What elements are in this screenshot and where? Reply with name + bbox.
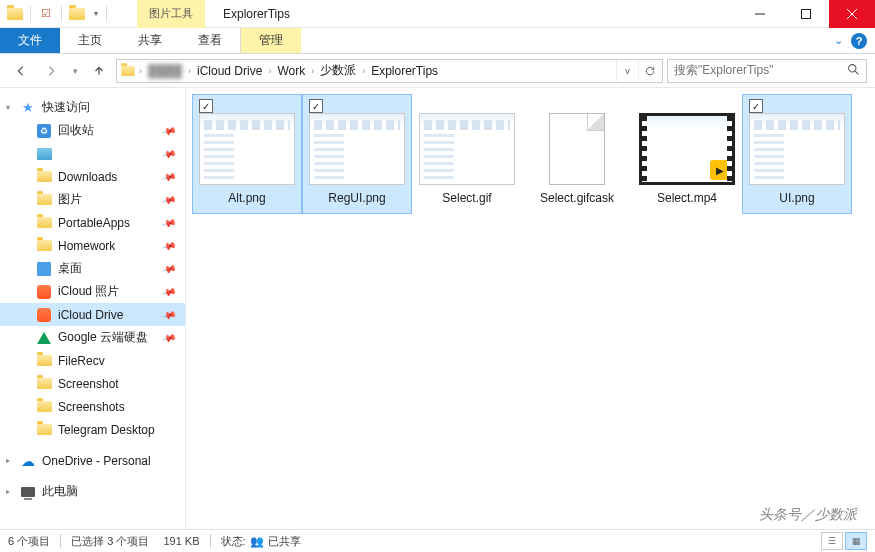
file-item[interactable]: ✓Select.gifcask [522,94,632,214]
file-thumbnail [309,113,405,185]
svg-point-1 [849,64,856,71]
sidebar-item[interactable]: iCloud Drive📌 [0,303,185,326]
ribbon-tab-manage[interactable]: 管理 [241,28,301,53]
ribbon-tab-file[interactable]: 文件 [0,28,60,53]
sidebar-item[interactable]: Screenshots [0,395,185,418]
breadcrumb-user[interactable]: ████ [144,64,186,78]
navigation-pane[interactable]: ▾ ★ 快速访问 ♻回收站📌📌Downloads📌图片📌PortableApps… [0,88,186,529]
sidebar-item[interactable]: FileRecv [0,349,185,372]
file-thumbnail: ▶ [639,113,735,185]
file-checkbox[interactable]: ✓ [749,99,763,113]
breadcrumb-item[interactable]: Work [273,64,309,78]
ribbon: 文件 主页 共享 查看 管理 ⌄ ? [0,28,875,54]
pc-icon [20,484,36,500]
folder-icon [36,215,52,231]
sidebar-label: OneDrive - Personal [42,454,151,468]
sidebar-item[interactable]: 图片📌 [0,188,185,211]
sidebar-item-label: Screenshot [58,377,119,391]
svg-rect-0 [802,9,811,18]
breadcrumb-item[interactable]: ExplorerTips [367,64,442,78]
sidebar-item[interactable]: Screenshot [0,372,185,395]
gdrive-icon [36,330,52,346]
pin-icon: 📌 [161,330,177,346]
file-item[interactable]: ✓Select.gif [412,94,522,214]
breadcrumb-item[interactable]: 少数派 [316,62,360,79]
sidebar-item[interactable]: 桌面📌 [0,257,185,280]
ribbon-tab-view[interactable]: 查看 [180,28,240,53]
sidebar-item[interactable]: Downloads📌 [0,165,185,188]
ribbon-expand-icon[interactable]: ⌄ [834,34,843,47]
up-button[interactable] [86,58,112,84]
chevron-right-icon[interactable]: › [188,66,191,76]
forward-button[interactable] [38,58,64,84]
refresh-button[interactable] [638,60,660,82]
sidebar-item-label: Downloads [58,170,117,184]
sidebar-quick-access[interactable]: ▾ ★ 快速访问 [0,96,185,119]
chevron-right-icon[interactable]: ▸ [6,456,10,465]
search-placeholder: 搜索"ExplorerTips" [674,62,773,79]
files-pane[interactable]: ✓Alt.png✓RegUI.png✓Select.gif✓Select.gif… [186,88,875,529]
window-title: ExplorerTips [205,7,737,21]
sidebar-item[interactable]: Homework📌 [0,234,185,257]
sidebar-item-label: iCloud 照片 [58,283,119,300]
sidebar-item[interactable]: iCloud 照片📌 [0,280,185,303]
qat-separator [30,6,31,22]
breadcrumb-item[interactable]: iCloud Drive [193,64,266,78]
file-checkbox[interactable]: ✓ [199,99,213,113]
folder-icon [36,422,52,438]
watermark: 头条号／少数派 [759,506,857,524]
thumbnails-view-button[interactable]: ▦ [845,532,867,550]
qat-checkbox[interactable]: ☑ [35,3,57,25]
sidebar-item-label: 回收站 [58,122,94,139]
folder-props-icon[interactable] [4,3,26,25]
folder-icon [36,353,52,369]
file-item[interactable]: ✓UI.png [742,94,852,214]
pictures-icon [36,146,52,162]
sidebar-item-label: Google 云端硬盘 [58,329,148,346]
address-bar[interactable]: › ████ › iCloud Drive › Work › 少数派 › Exp… [116,59,663,83]
help-icon[interactable]: ? [851,33,867,49]
chevron-down-icon[interactable]: ▾ [6,103,10,112]
chevron-right-icon[interactable]: › [139,66,142,76]
sidebar-this-pc[interactable]: ▸ 此电脑 [0,480,185,503]
chevron-right-icon[interactable]: › [268,66,271,76]
details-view-button[interactable]: ☰ [821,532,843,550]
file-item[interactable]: ✓▶Select.mp4 [632,94,742,214]
folder-icon [36,169,52,185]
search-input[interactable]: 搜索"ExplorerTips" [667,59,867,83]
folder-icon [36,399,52,415]
status-bar: 6 个项目 已选择 3 个项目 191 KB 状态: 👥 已共享 ☰ ▦ [0,529,875,552]
sidebar-item[interactable]: Telegram Desktop [0,418,185,441]
recent-dropdown[interactable]: ▾ [68,58,82,84]
sidebar-item[interactable]: ♻回收站📌 [0,119,185,142]
ribbon-tab-home[interactable]: 主页 [60,28,120,53]
back-button[interactable] [8,58,34,84]
folder-icon[interactable] [66,3,88,25]
sidebar-item[interactable]: PortableApps📌 [0,211,185,234]
sidebar-item-label: Screenshots [58,400,125,414]
maximize-button[interactable] [783,0,829,28]
window-controls [737,0,875,28]
close-button[interactable] [829,0,875,28]
sidebar-item[interactable]: Google 云端硬盘📌 [0,326,185,349]
file-name: Select.gif [442,191,491,205]
sidebar-item-label: 图片 [58,191,82,208]
search-icon[interactable] [847,63,860,79]
qat-separator [61,6,62,22]
file-item[interactable]: ✓RegUI.png [302,94,412,214]
file-checkbox[interactable]: ✓ [309,99,323,113]
pin-icon: 📌 [161,169,177,185]
qat-dropdown[interactable]: ▾ [90,3,102,25]
pin-icon: 📌 [161,238,177,254]
qat-separator [106,6,107,22]
chevron-right-icon[interactable]: › [362,66,365,76]
chevron-right-icon[interactable]: ▸ [6,487,10,496]
chevron-right-icon[interactable]: › [311,66,314,76]
address-dropdown[interactable]: v [616,60,638,82]
minimize-button[interactable] [737,0,783,28]
file-item[interactable]: ✓Alt.png [192,94,302,214]
ribbon-tab-share[interactable]: 共享 [120,28,180,53]
pin-icon: 📌 [161,284,177,300]
sidebar-item[interactable]: 📌 [0,142,185,165]
sidebar-onedrive[interactable]: ▸ ☁ OneDrive - Personal [0,449,185,472]
